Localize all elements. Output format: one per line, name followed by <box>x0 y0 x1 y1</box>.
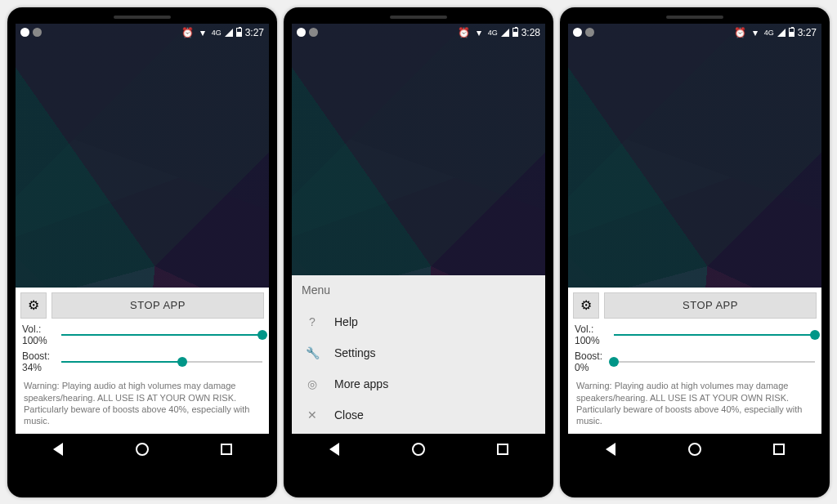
alarm-icon: ⏰ <box>459 27 470 38</box>
signal-icon <box>777 29 786 37</box>
volume-label: Vol.: <box>575 323 609 335</box>
alarm-icon: ⏰ <box>735 27 746 38</box>
signal-icon <box>225 29 233 37</box>
settings-button[interactable]: ⚙ <box>20 292 47 319</box>
control-panel: ⚙ STOP APP Vol.: 100% Boost <box>16 288 269 434</box>
recent-icon <box>773 444 785 455</box>
menu-panel: Menu ? Help 🔧 Settings ◎ More apps ✕ Clo… <box>292 275 545 434</box>
stop-app-label: STOP APP <box>683 299 738 311</box>
phone-3: ⏰ ▾ 4G 3:27 ⚙ STOP APP Vol.: 100% <box>560 7 830 497</box>
boost-row: Boost: 0% <box>575 350 815 374</box>
signal-icon <box>501 29 509 37</box>
volume-value: 100% <box>575 335 609 346</box>
recent-button[interactable] <box>218 441 235 457</box>
network-label: 4G <box>212 29 222 37</box>
nav-bar <box>292 434 545 465</box>
phone-2: ⏰ ▾ 4G 3:28 Menu ? Help 🔧 Settings ◎ Mor… <box>284 7 553 497</box>
volume-label: Vol.: <box>22 323 56 335</box>
volume-slider[interactable] <box>61 327 262 343</box>
network-label: 4G <box>488 29 498 37</box>
home-button[interactable] <box>410 441 427 457</box>
screen: ⏰ ▾ 4G 3:28 Menu ? Help 🔧 Settings ◎ Mor… <box>292 24 545 465</box>
wifi-icon: ▾ <box>750 27 761 38</box>
menu-item-settings[interactable]: 🔧 Settings <box>302 337 535 368</box>
settings-icon: 🔧 <box>305 346 320 359</box>
status-bar: ⏰ ▾ 4G 3:27 <box>568 24 821 42</box>
notification-dot-icon <box>297 28 306 37</box>
recent-icon <box>497 444 508 455</box>
recent-button[interactable] <box>771 441 787 457</box>
menu-item-close[interactable]: ✕ Close <box>302 399 535 430</box>
stop-app-button[interactable]: STOP APP <box>51 292 264 319</box>
volume-value: 100% <box>22 335 56 346</box>
back-button[interactable] <box>326 441 342 457</box>
volume-row: Vol.: 100% <box>22 323 262 347</box>
home-icon <box>412 443 425 456</box>
more-apps-icon: ◎ <box>305 377 320 390</box>
status-bar: ⏰ ▾ 4G 3:28 <box>292 24 545 42</box>
back-button[interactable] <box>602 441 619 457</box>
battery-icon <box>236 28 242 37</box>
notification-dot-icon <box>33 28 42 37</box>
back-icon <box>329 443 339 456</box>
notification-dot-icon <box>309 28 318 37</box>
notification-dot-icon <box>573 28 582 37</box>
home-icon <box>688 443 701 456</box>
recent-button[interactable] <box>495 441 511 457</box>
volume-row: Vol.: 100% <box>575 323 815 347</box>
clock-label: 3:28 <box>521 27 540 38</box>
menu-item-label: Settings <box>334 346 376 359</box>
status-bar: ⏰ ▾ 4G 3:27 <box>16 24 269 42</box>
menu-item-more-apps[interactable]: ◎ More apps <box>302 368 535 399</box>
clock-label: 3:27 <box>798 27 817 38</box>
menu-item-label: More apps <box>334 377 388 390</box>
nav-bar <box>16 434 269 465</box>
clock-label: 3:27 <box>245 27 264 38</box>
boost-slider[interactable] <box>614 354 815 370</box>
notification-dot-icon <box>585 28 594 37</box>
speaker-slot <box>666 16 723 19</box>
gear-icon: ⚙ <box>580 297 592 313</box>
speaker-slot <box>114 16 171 19</box>
warning-text: Warning: Playing audio at high volumes m… <box>20 377 264 428</box>
back-button[interactable] <box>50 441 66 457</box>
stop-app-label: STOP APP <box>130 299 186 311</box>
gear-icon: ⚙ <box>28 297 39 313</box>
home-button[interactable] <box>134 441 150 457</box>
settings-button[interactable]: ⚙ <box>573 292 599 319</box>
menu-title: Menu <box>302 283 535 297</box>
boost-row: Boost: 34% <box>22 350 262 374</box>
network-label: 4G <box>764 29 774 37</box>
volume-slider[interactable] <box>614 327 815 343</box>
notification-dot-icon <box>20 28 29 37</box>
menu-item-label: Help <box>334 315 358 328</box>
recent-icon <box>221 444 232 455</box>
home-button[interactable] <box>687 441 703 457</box>
wifi-icon: ▾ <box>473 27 485 38</box>
back-icon <box>606 443 615 456</box>
boost-value: 34% <box>22 362 56 373</box>
screen: ⏰ ▾ 4G 3:27 ⚙ STOP APP Vol.: 100% <box>568 24 821 465</box>
menu-item-label: Close <box>334 408 364 421</box>
boost-slider[interactable] <box>61 354 262 370</box>
boost-label: Boost: <box>575 350 609 362</box>
speaker-slot <box>390 16 447 19</box>
wifi-icon: ▾ <box>197 27 208 38</box>
control-panel: ⚙ STOP APP Vol.: 100% Boost <box>568 288 821 434</box>
back-icon <box>53 443 63 456</box>
home-icon <box>136 443 149 456</box>
boost-value: 0% <box>575 362 609 373</box>
stop-app-button[interactable]: STOP APP <box>604 292 817 319</box>
phone-1: ⏰ ▾ 4G 3:27 ⚙ STOP APP Vol.: 100% <box>7 7 277 497</box>
menu-item-help[interactable]: ? Help <box>302 306 535 337</box>
help-icon: ? <box>305 315 320 328</box>
battery-icon <box>512 28 518 37</box>
nav-bar <box>568 434 821 465</box>
boost-label: Boost: <box>22 350 56 362</box>
battery-icon <box>789 28 794 37</box>
alarm-icon: ⏰ <box>182 27 194 38</box>
screen: ⏰ ▾ 4G 3:27 ⚙ STOP APP Vol.: 100% <box>16 24 269 465</box>
warning-text: Warning: Playing audio at high volumes m… <box>573 377 817 428</box>
close-icon: ✕ <box>305 408 320 421</box>
